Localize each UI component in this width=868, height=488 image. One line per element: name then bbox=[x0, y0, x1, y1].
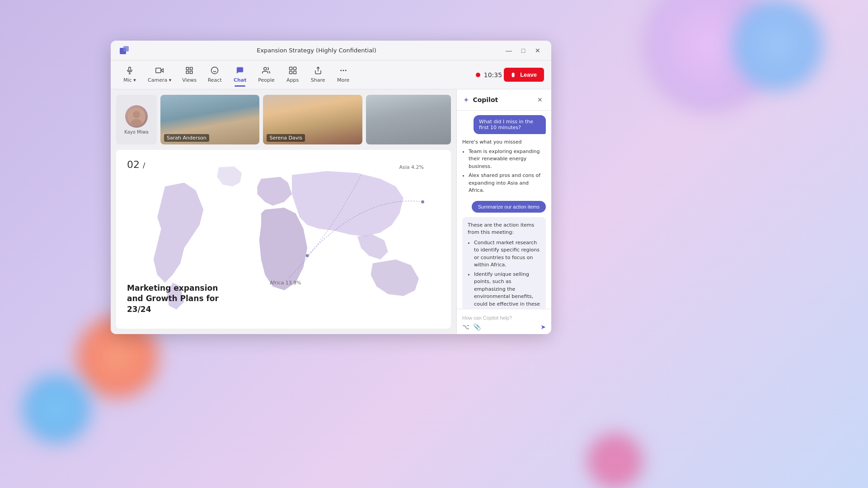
map-label-asia: Asia 4.2% bbox=[399, 164, 424, 170]
participant-tile-4 bbox=[366, 95, 451, 144]
copilot-close-button[interactable]: ✕ bbox=[535, 95, 545, 105]
svg-rect-2 bbox=[129, 67, 131, 71]
toolbar-views-label: Views bbox=[182, 77, 197, 83]
toolbar-share-label: Share bbox=[311, 77, 325, 83]
copilot-input-icons: ⌥ 📎 bbox=[462, 323, 481, 330]
svg-point-13 bbox=[264, 67, 267, 70]
copilot-sparkle-icon: ✦ bbox=[463, 96, 469, 104]
toolbar-camera[interactable]: Camera ▾ bbox=[143, 64, 176, 86]
svg-rect-6 bbox=[186, 67, 188, 70]
people-icon bbox=[262, 66, 270, 76]
camera-icon bbox=[155, 66, 164, 76]
participant-name-serena: Serena Davis bbox=[267, 134, 305, 142]
bg-decoration-1 bbox=[642, 0, 778, 113]
toolbar-people[interactable]: People bbox=[253, 64, 279, 86]
views-icon bbox=[185, 66, 193, 76]
maximize-button[interactable]: □ bbox=[517, 44, 530, 57]
map-label-africa: Africa 13.9% bbox=[270, 280, 301, 286]
svg-point-19 bbox=[340, 70, 342, 71]
mic-icon bbox=[126, 66, 134, 76]
toolbar-camera-label: Camera ▾ bbox=[148, 77, 171, 83]
ai-response-2: These are the action items from this mee… bbox=[462, 217, 546, 309]
svg-rect-17 bbox=[293, 71, 296, 74]
copilot-messages: What did I miss in the first 10 minutes?… bbox=[457, 111, 551, 309]
window-controls: — □ ✕ bbox=[502, 44, 544, 57]
video-area: Kayo Miwa Sarah Anderson Serena Davis bbox=[111, 89, 456, 334]
recording-indicator bbox=[476, 73, 480, 77]
ai-response-1-bullet-2: Alex shared pros and cons of expanding i… bbox=[469, 172, 546, 195]
toolbar-apps[interactable]: Apps bbox=[281, 64, 305, 86]
ai-response-2-bullet-2: Identify unique selling points, such as … bbox=[474, 271, 540, 309]
toolbar-apps-label: Apps bbox=[286, 77, 299, 83]
toolbar-chat-label: Chat bbox=[234, 77, 247, 83]
react-icon bbox=[211, 66, 219, 76]
avatar-kayo bbox=[125, 105, 148, 128]
leave-button[interactable]: Leave bbox=[504, 68, 544, 82]
slide-title: Marketing expansionand Growth Plans for2… bbox=[127, 283, 219, 315]
call-timer: 10:35 bbox=[484, 71, 502, 79]
attach-icon[interactable]: 📎 bbox=[473, 323, 481, 330]
toolbar-mic[interactable]: Mic ▾ bbox=[118, 64, 141, 86]
ai-response-1-title: Here's what you missed bbox=[462, 139, 546, 146]
toolbar-react-label: React bbox=[208, 77, 222, 83]
participant-tile-sarah: Sarah Anderson bbox=[160, 95, 259, 144]
close-button[interactable]: ✕ bbox=[531, 44, 544, 57]
ai-response-1-bullet-1: Team is exploring expanding their renewa… bbox=[469, 148, 546, 171]
chat-active-indicator bbox=[235, 85, 245, 87]
toolbar-share[interactable]: Share bbox=[306, 64, 330, 86]
title-bar-left bbox=[118, 44, 131, 57]
toolbar-react[interactable]: React bbox=[203, 64, 226, 86]
format-icon[interactable]: ⌥ bbox=[462, 323, 469, 330]
user-message-1: What did I miss in the first 10 minutes? bbox=[474, 115, 546, 134]
participant-tile-kayo: Kayo Miwa bbox=[116, 95, 157, 144]
svg-rect-7 bbox=[190, 67, 192, 70]
call-info: 10:35 bbox=[476, 71, 502, 79]
apps-icon bbox=[289, 66, 297, 76]
toolbar-views[interactable]: Views bbox=[178, 64, 201, 86]
svg-rect-5 bbox=[156, 68, 161, 73]
ai-response-1: Here's what you missed Team is exploring… bbox=[462, 139, 546, 196]
copilot-title: Copilot bbox=[473, 96, 498, 103]
participant-name-sarah: Sarah Anderson bbox=[164, 134, 209, 142]
svg-point-26 bbox=[306, 254, 309, 257]
teams-logo-icon bbox=[118, 44, 131, 57]
svg-rect-15 bbox=[293, 67, 296, 70]
summarize-action-items-button[interactable]: Summarize our action items bbox=[472, 201, 546, 213]
toolbar-chat[interactable]: Chat bbox=[228, 64, 252, 86]
svg-point-23 bbox=[133, 111, 140, 118]
svg-point-21 bbox=[345, 70, 346, 71]
toolbar-more-label: More bbox=[337, 77, 349, 83]
toolbar-more[interactable]: More bbox=[332, 64, 355, 86]
participant-name-kayo: Kayo Miwa bbox=[124, 130, 148, 135]
toolbar: Mic ▾ Camera ▾ Views bbox=[111, 60, 551, 89]
more-icon bbox=[339, 66, 347, 76]
svg-point-20 bbox=[343, 70, 344, 71]
copilot-input-area: ⌥ 📎 ➤ bbox=[457, 309, 551, 334]
copilot-panel: ✦ Copilot ✕ What did I miss in the first… bbox=[456, 89, 551, 334]
ai-response-2-title: These are the action items from this mee… bbox=[468, 222, 540, 237]
main-content: Kayo Miwa Sarah Anderson Serena Davis bbox=[111, 89, 551, 334]
bg-decoration-5 bbox=[588, 434, 642, 488]
copilot-input-field[interactable] bbox=[462, 314, 546, 321]
send-button[interactable]: ➤ bbox=[540, 323, 546, 330]
slide-area: 02 / bbox=[116, 150, 451, 329]
copilot-title-row: ✦ Copilot bbox=[463, 96, 498, 104]
toolbar-mic-label: Mic ▾ bbox=[123, 77, 136, 83]
teams-window: Expansion Strategy (Highly Confidential)… bbox=[111, 41, 551, 334]
ai-response-2-bullet-1: Conduct market research to identify spec… bbox=[474, 239, 540, 269]
share-icon bbox=[314, 66, 322, 76]
bg-decoration-2 bbox=[732, 0, 823, 90]
bg-decoration-4 bbox=[23, 375, 90, 443]
chat-icon bbox=[236, 66, 244, 76]
copilot-input-actions: ⌥ 📎 ➤ bbox=[462, 323, 546, 330]
svg-rect-14 bbox=[289, 67, 292, 70]
copilot-header: ✦ Copilot ✕ bbox=[457, 89, 551, 111]
svg-point-25 bbox=[421, 200, 424, 204]
svg-rect-8 bbox=[186, 71, 188, 74]
title-bar: Expansion Strategy (Highly Confidential)… bbox=[111, 41, 551, 60]
svg-point-10 bbox=[211, 67, 218, 74]
toolbar-people-label: People bbox=[258, 77, 275, 83]
leave-icon bbox=[511, 72, 517, 78]
minimize-button[interactable]: — bbox=[502, 44, 515, 57]
participant-tile-serena: Serena Davis bbox=[263, 95, 362, 144]
